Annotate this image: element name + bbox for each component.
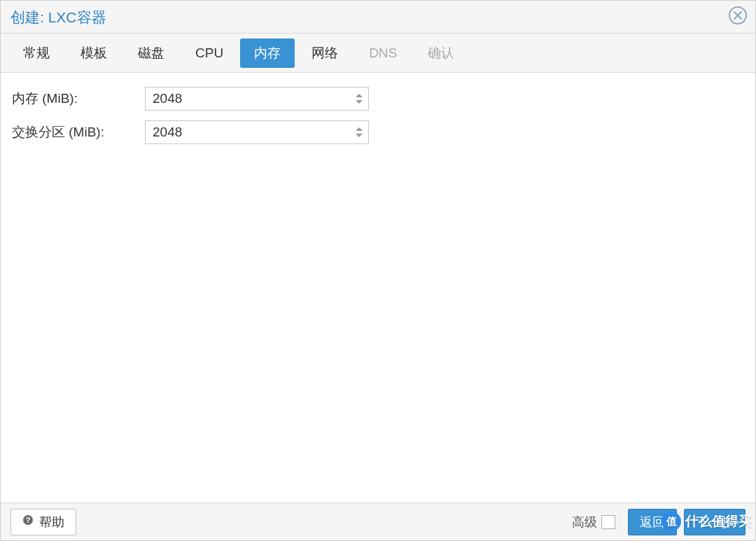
tab-cpu[interactable]: CPU [181, 40, 237, 66]
tab-label: 模板 [80, 45, 107, 60]
swap-spinner [145, 120, 369, 144]
advanced-checkbox[interactable] [601, 515, 615, 529]
chevron-down-icon[interactable] [356, 134, 363, 137]
memory-label: 内存 (MiB): [12, 90, 145, 108]
close-icon[interactable] [729, 6, 747, 24]
tab-label: DNS [369, 45, 397, 60]
next-button-label: 下一步 [696, 514, 734, 531]
svg-text:?: ? [26, 516, 31, 524]
wizard-tabs: 常规 模板 磁盘 CPU 内存 网络 DNS 确认 [1, 34, 755, 73]
create-lxc-dialog: 创建: LXC容器 常规 模板 磁盘 CPU 内存 网络 DNS 确认 内存 (… [0, 0, 756, 541]
tab-general[interactable]: 常规 [9, 38, 64, 68]
dialog-title: 创建: LXC容器 [10, 8, 106, 27]
tab-memory[interactable]: 内存 [240, 38, 295, 68]
chevron-up-icon[interactable] [356, 127, 363, 131]
help-icon: ? [22, 514, 34, 529]
advanced-label: 高级 [572, 514, 597, 531]
tab-label: 网络 [312, 45, 338, 60]
next-button[interactable]: 下一步 [684, 509, 746, 535]
chevron-down-icon[interactable] [356, 100, 363, 104]
help-button-label: 帮助 [39, 514, 64, 531]
tab-confirm[interactable]: 确认 [414, 38, 468, 68]
tab-dns[interactable]: DNS [355, 40, 411, 66]
tab-label: 确认 [428, 45, 454, 60]
back-button[interactable]: 返回 [628, 509, 677, 535]
chevron-up-icon[interactable] [356, 94, 363, 97]
help-button[interactable]: ? 帮助 [10, 509, 76, 535]
swap-input[interactable] [146, 121, 350, 143]
tab-label: 内存 [254, 45, 281, 60]
back-button-label: 返回 [640, 514, 665, 531]
dialog-footer: ? 帮助 高级 返回 下一步 [1, 503, 755, 540]
swap-row: 交换分区 (MiB): [12, 120, 744, 144]
swap-stepper[interactable] [350, 121, 368, 143]
tab-label: 常规 [23, 45, 50, 60]
tab-label: CPU [195, 45, 223, 60]
memory-spinner [145, 87, 369, 111]
memory-stepper[interactable] [350, 87, 368, 110]
form-panel: 内存 (MiB): 交换分区 (MiB): [1, 73, 755, 503]
memory-row: 内存 (MiB): [12, 87, 744, 111]
tab-label: 磁盘 [138, 45, 164, 60]
tab-template[interactable]: 模板 [66, 38, 121, 68]
dialog-titlebar: 创建: LXC容器 [1, 1, 755, 34]
memory-input[interactable] [146, 87, 350, 110]
swap-label: 交换分区 (MiB): [12, 123, 145, 141]
tab-disk[interactable]: 磁盘 [124, 38, 178, 68]
tab-network[interactable]: 网络 [298, 38, 352, 68]
